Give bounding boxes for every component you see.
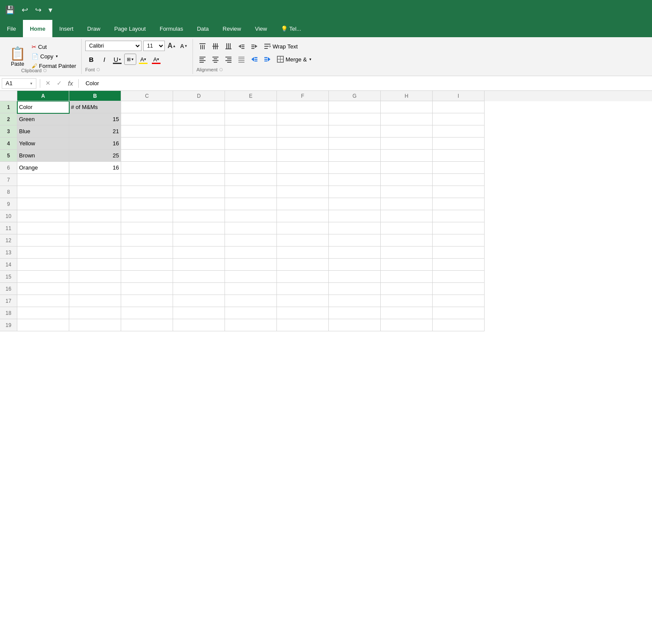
list-item[interactable] (69, 271, 121, 283)
list-item[interactable] (277, 210, 329, 222)
list-item[interactable] (69, 222, 121, 234)
list-item[interactable] (329, 162, 381, 174)
list-item[interactable]: Brown (17, 150, 69, 162)
function-icon[interactable]: fx (66, 79, 75, 88)
list-item[interactable] (69, 295, 121, 307)
list-item[interactable] (225, 113, 277, 125)
font-size-select[interactable]: 11 (143, 41, 165, 51)
bold-button[interactable]: B (85, 54, 97, 65)
list-item[interactable] (433, 259, 485, 271)
list-item[interactable] (121, 125, 173, 138)
list-item[interactable] (277, 295, 329, 307)
list-item[interactable] (277, 150, 329, 162)
list-item[interactable] (225, 247, 277, 259)
list-item[interactable] (381, 174, 433, 186)
list-item[interactable] (225, 210, 277, 222)
list-item[interactable]: 25 (69, 150, 121, 162)
menu-page-layout[interactable]: Page Layout (107, 20, 153, 37)
list-item[interactable] (225, 198, 277, 210)
row-number[interactable]: 9 (0, 198, 17, 210)
list-item[interactable] (121, 319, 173, 331)
list-item[interactable] (121, 186, 173, 198)
list-item[interactable] (225, 150, 277, 162)
font-expand-icon[interactable]: ⬡ (96, 67, 100, 72)
list-item[interactable] (17, 319, 69, 331)
list-item[interactable] (173, 125, 225, 138)
list-item[interactable] (329, 271, 381, 283)
list-item[interactable] (433, 247, 485, 259)
list-item[interactable] (277, 247, 329, 259)
list-item[interactable] (17, 283, 69, 295)
row-number[interactable]: 1 (0, 101, 17, 113)
redo-icon[interactable]: ↪ (35, 5, 42, 15)
list-item[interactable]: Color (17, 101, 69, 113)
list-item[interactable] (433, 283, 485, 295)
quick-access-dropdown-icon[interactable]: ▾ (48, 5, 52, 15)
list-item[interactable] (329, 307, 381, 319)
align-center-button[interactable] (209, 54, 222, 65)
list-item[interactable] (433, 138, 485, 150)
list-item[interactable]: 21 (69, 125, 121, 138)
menu-review[interactable]: Review (216, 20, 248, 37)
row-number[interactable]: 5 (0, 150, 17, 162)
list-item[interactable]: Blue (17, 125, 69, 138)
font-name-select[interactable]: Calibri (85, 41, 141, 51)
list-item[interactable] (69, 307, 121, 319)
row-number[interactable]: 2 (0, 113, 17, 125)
list-item[interactable] (121, 210, 173, 222)
list-item[interactable] (277, 259, 329, 271)
list-item[interactable] (277, 222, 329, 234)
col-header-a[interactable]: A (17, 91, 69, 101)
list-item[interactable] (17, 186, 69, 198)
underline-button[interactable]: U ▾ (111, 54, 123, 65)
list-item[interactable] (277, 234, 329, 247)
row-number[interactable]: 6 (0, 162, 17, 174)
align-middle-button[interactable] (209, 41, 222, 52)
indent-increase-button[interactable] (248, 41, 260, 52)
list-item[interactable] (381, 247, 433, 259)
col-header-c[interactable]: C (121, 91, 173, 101)
italic-button[interactable]: I (98, 54, 110, 65)
list-item[interactable] (121, 162, 173, 174)
list-item[interactable] (121, 138, 173, 150)
list-item[interactable] (329, 150, 381, 162)
list-item[interactable]: Orange (17, 162, 69, 174)
save-icon[interactable]: 💾 (5, 5, 15, 15)
list-item[interactable] (329, 125, 381, 138)
list-item[interactable] (225, 271, 277, 283)
list-item[interactable] (329, 138, 381, 150)
menu-formulas[interactable]: Formulas (153, 20, 190, 37)
indent-decrease-button[interactable] (235, 41, 247, 52)
list-item[interactable] (17, 198, 69, 210)
list-item[interactable] (121, 234, 173, 247)
fill-color-button[interactable]: A▾ (137, 54, 149, 65)
row-number[interactable]: 14 (0, 259, 17, 271)
list-item[interactable] (329, 234, 381, 247)
list-item[interactable] (433, 198, 485, 210)
list-item[interactable] (433, 186, 485, 198)
list-item[interactable] (173, 295, 225, 307)
list-item[interactable] (277, 307, 329, 319)
list-item[interactable] (433, 113, 485, 125)
list-item[interactable] (173, 198, 225, 210)
menu-tell[interactable]: 💡 Tel... (274, 20, 308, 37)
cut-button[interactable]: ✂ Cut (29, 43, 79, 51)
list-item[interactable] (433, 307, 485, 319)
list-item[interactable] (433, 234, 485, 247)
list-item[interactable]: 16 (69, 162, 121, 174)
list-item[interactable] (17, 210, 69, 222)
list-item[interactable] (173, 186, 225, 198)
list-item[interactable] (277, 198, 329, 210)
list-item[interactable] (381, 101, 433, 113)
list-item[interactable] (121, 247, 173, 259)
list-item[interactable] (173, 271, 225, 283)
list-item[interactable] (69, 283, 121, 295)
list-item[interactable] (277, 319, 329, 331)
row-number[interactable]: 11 (0, 222, 17, 234)
menu-file[interactable]: File (0, 20, 23, 37)
row-number[interactable]: 12 (0, 234, 17, 247)
list-item[interactable] (225, 138, 277, 150)
list-item[interactable] (69, 319, 121, 331)
row-number[interactable]: 4 (0, 138, 17, 150)
list-item[interactable] (17, 222, 69, 234)
